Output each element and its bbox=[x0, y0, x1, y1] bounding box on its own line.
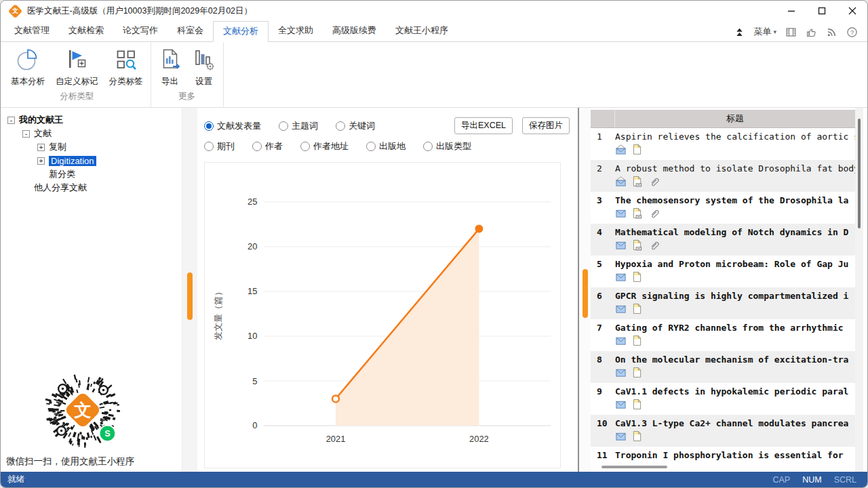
literature-list: 1Aspirin relieves the calcification of a… bbox=[591, 128, 855, 463]
collapse-toggle-icon[interactable]: - bbox=[7, 117, 15, 124]
tab-literature-search[interactable]: 文献检索 bbox=[59, 21, 113, 42]
right-splitter-handle[interactable] bbox=[583, 269, 588, 318]
save-image-button[interactable]: 保存图片 bbox=[522, 117, 570, 134]
radio-keywords[interactable]: 关键词 bbox=[336, 120, 375, 132]
left-splitter-handle[interactable] bbox=[187, 272, 193, 320]
analysis-panel: 文献发表量主题词关键词 导出EXCEL 保存图片 期刊作者作者地址出版地出版类型… bbox=[197, 108, 578, 472]
list-item[interactable]: 4Mathematical modeling of Notch dynamics… bbox=[591, 224, 855, 256]
vertical-scrollbar[interactable] bbox=[855, 108, 863, 472]
list-item[interactable]: 7Gating of RYR2 channels from the arrhyt… bbox=[591, 319, 855, 351]
radio-subject-terms[interactable]: 主题词 bbox=[279, 120, 318, 132]
literature-title: Aspirin relieves the calcification of ao… bbox=[615, 131, 855, 142]
collapse-ribbon-icon[interactable] bbox=[734, 27, 745, 37]
radio-label: 主题词 bbox=[292, 120, 318, 132]
list-item[interactable]: 3The chemosensory system of the Drosophi… bbox=[591, 192, 855, 224]
ribbon-group: 导出设置更多 bbox=[151, 42, 224, 107]
doc-export-icon bbox=[159, 48, 182, 73]
list-item[interactable]: 9CaV1.1 defects in hypokalemic periodic … bbox=[591, 383, 855, 415]
tab-literature-management[interactable]: 文献管理 bbox=[5, 21, 59, 42]
horizontal-scrollbar-thumb[interactable] bbox=[601, 466, 667, 468]
list-item[interactable]: 1Aspirin relieves the calcification of a… bbox=[591, 128, 855, 160]
radio-label: 关键词 bbox=[349, 120, 375, 132]
app-window: 文 医学文献王-高级版（用户10003到期时间2029年02月02日） 文献管理… bbox=[0, 0, 868, 488]
status-key-num: NUM bbox=[802, 475, 821, 485]
tree-item-digitization[interactable]: +Digitization bbox=[1, 154, 182, 167]
right-edge-margin bbox=[863, 108, 867, 472]
radio-dot-icon bbox=[336, 121, 345, 131]
envelope-closed-icon bbox=[615, 399, 627, 410]
horizontal-scrollbar[interactable] bbox=[591, 463, 855, 472]
list-item[interactable]: 2A robust method to isolate Drosophila f… bbox=[591, 160, 855, 192]
radio-publication-type[interactable]: 出版类型 bbox=[423, 140, 471, 152]
row-number-column-header[interactable] bbox=[591, 110, 615, 127]
close-button[interactable] bbox=[837, 1, 867, 21]
tab-fulltext-request[interactable]: 全文求助 bbox=[269, 21, 323, 42]
minimize-button[interactable] bbox=[776, 1, 806, 21]
list-item[interactable]: 6GPCR signaling is highly compartmentali… bbox=[591, 287, 855, 319]
titlebar: 文 医学文献王-高级版（用户10003到期时间2029年02月02日） bbox=[1, 1, 867, 21]
maximize-button[interactable] bbox=[806, 1, 837, 21]
row-status-icons bbox=[615, 335, 855, 346]
tree-item-literature[interactable]: -文献 bbox=[1, 127, 182, 140]
row-status-icons bbox=[615, 271, 855, 283]
list-item[interactable]: 10CaV1.3 L-type Ca2+ channel modulates p… bbox=[591, 415, 855, 447]
qr-block: 文S 微信扫一扫，使用文献王小程序 bbox=[1, 370, 182, 468]
main-area: -我的文献王-文献+复制+Digitization新分类他人分享文献 文S 微信… bbox=[1, 108, 867, 472]
tab-literature-analysis[interactable]: 文献分析 bbox=[213, 21, 269, 42]
export-button[interactable]: 导出 bbox=[153, 46, 187, 89]
vertical-scrollbar-thumb[interactable] bbox=[858, 119, 861, 228]
list-item[interactable]: 5Hypoxia and Proton microbeam: Role of G… bbox=[591, 256, 855, 287]
title-column-header[interactable]: 标题 bbox=[615, 110, 855, 127]
menu-button[interactable]: 菜单▾ bbox=[753, 26, 776, 38]
expand-toggle-icon[interactable]: + bbox=[37, 144, 45, 151]
radio-dot-icon bbox=[423, 142, 433, 151]
tree-item-shared-literature[interactable]: 他人分享文献 bbox=[1, 181, 182, 195]
row-content: CaV1.1 defects in hypokalemic periodic p… bbox=[615, 386, 855, 415]
help-icon[interactable]: ? bbox=[846, 26, 858, 38]
tab-mini-program[interactable]: 文献王小程序 bbox=[386, 21, 458, 42]
radio-author[interactable]: 作者 bbox=[252, 140, 283, 152]
row-number: 2 bbox=[591, 163, 615, 192]
film-icon[interactable] bbox=[785, 26, 797, 38]
row-status-icons bbox=[615, 239, 855, 251]
tab-department-meeting[interactable]: 科室会 bbox=[167, 21, 213, 42]
radio-publication-place[interactable]: 出版地 bbox=[366, 140, 406, 152]
category-tags-button[interactable]: 分类标签 bbox=[104, 46, 149, 89]
ribbon-group: 基本分析自定义标记分类标签分析类型 bbox=[3, 42, 151, 107]
row-number: 11 bbox=[591, 450, 615, 463]
tree-item-copy[interactable]: +复制 bbox=[1, 140, 182, 154]
row-number: 8 bbox=[591, 354, 615, 383]
list-item[interactable]: 8On the molecular mechanism of excitatio… bbox=[591, 351, 855, 383]
collapse-toggle-icon[interactable]: - bbox=[22, 130, 30, 138]
export-excel-button[interactable]: 导出EXCEL bbox=[454, 117, 513, 134]
row-content: GPCR signaling is highly compartmentaliz… bbox=[615, 291, 855, 319]
action-buttons: 导出EXCEL 保存图片 bbox=[454, 117, 570, 134]
rss-icon[interactable] bbox=[826, 26, 837, 38]
row-number: 7 bbox=[591, 323, 615, 351]
tree-item-my-literature-king[interactable]: -我的文献王 bbox=[1, 113, 182, 127]
qr-caption: 微信扫一扫，使用文献王小程序 bbox=[1, 455, 182, 468]
radio-dot-icon bbox=[252, 142, 262, 151]
radio-publication-volume[interactable]: 文献发表量 bbox=[204, 120, 261, 132]
custom-mark-button[interactable]: 自定义标记 bbox=[50, 46, 104, 89]
settings-button[interactable]: 设置 bbox=[187, 46, 221, 89]
basic-analysis-button[interactable]: 基本分析 bbox=[5, 46, 50, 89]
row-status-icons bbox=[615, 303, 855, 314]
expand-toggle-icon[interactable]: + bbox=[37, 157, 45, 165]
literature-title: GPCR signaling is highly compartmentaliz… bbox=[615, 291, 855, 301]
row-content: On the molecular mechanism of excitation… bbox=[615, 354, 855, 383]
row-number: 4 bbox=[591, 227, 615, 256]
tree-item-new-category[interactable]: 新分类 bbox=[1, 167, 182, 181]
radio-author-address[interactable]: 作者地址 bbox=[300, 140, 349, 152]
window-controls bbox=[776, 1, 867, 21]
thumbs-up-icon[interactable] bbox=[806, 26, 817, 38]
row-content: Troponin I phosphorylation is essential … bbox=[615, 450, 855, 463]
list-item[interactable]: 11Troponin I phosphorylation is essentia… bbox=[591, 447, 855, 463]
radio-journal[interactable]: 期刊 bbox=[204, 140, 235, 152]
settings-label: 设置 bbox=[195, 76, 212, 87]
envelope-closed-icon bbox=[615, 208, 627, 219]
tab-premium-renewal[interactable]: 高级版续费 bbox=[323, 21, 386, 42]
app-logo-icon: 文 bbox=[8, 3, 22, 18]
tab-paper-writing[interactable]: 论文写作 bbox=[113, 21, 167, 42]
row-number: 10 bbox=[591, 418, 615, 447]
